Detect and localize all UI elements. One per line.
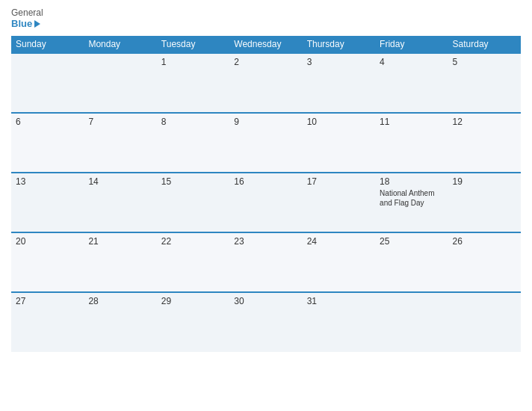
day-number: 13: [16, 176, 79, 187]
day-number: 14: [88, 176, 152, 187]
day-number: 22: [161, 236, 225, 247]
logo-blue-row: Blue: [11, 18, 43, 30]
day-number: 12: [453, 117, 516, 127]
calendar-cell: 4: [375, 53, 448, 113]
calendar-cell: 2: [229, 53, 302, 113]
day-number: 25: [380, 236, 443, 247]
day-number: 18: [380, 176, 443, 187]
calendar-cell: 10: [303, 113, 375, 173]
day-number: 16: [234, 176, 297, 187]
calendar-cell: 25: [375, 232, 448, 292]
logo-general-text: General: [11, 7, 43, 18]
day-number: 2: [234, 57, 297, 67]
calendar-cell: 16: [229, 173, 302, 232]
day-number: 15: [161, 176, 225, 187]
calendar-cell: 17: [303, 173, 375, 232]
day-number: 24: [307, 236, 371, 247]
calendar-cell: 5: [448, 53, 521, 113]
day-number: 19: [453, 176, 516, 187]
weekday-header-row: SundayMondayTuesdayWednesdayThursdayFrid…: [11, 36, 521, 53]
calendar-cell: 6: [11, 113, 84, 173]
logo-blue-text: Blue: [11, 18, 32, 30]
week-row-3: 131415161718National Anthem and Flag Day…: [11, 173, 521, 232]
day-number: 1: [161, 57, 225, 67]
day-number: 10: [307, 117, 371, 127]
day-number: 4: [380, 57, 443, 67]
calendar-cell: 7: [84, 113, 156, 173]
day-number: 26: [453, 236, 516, 247]
calendar-cell: 1: [157, 53, 229, 113]
day-number: 17: [307, 176, 371, 187]
calendar-table: SundayMondayTuesdayWednesdayThursdayFrid…: [11, 36, 521, 352]
weekday-header-tuesday: Tuesday: [157, 36, 229, 53]
calendar-cell: 15: [157, 173, 229, 232]
day-number: 7: [88, 117, 152, 127]
calendar-cell: 19: [448, 173, 521, 232]
day-number: 31: [307, 296, 371, 306]
week-row-4: 20212223242526: [11, 232, 521, 292]
event-text: National Anthem and Flag Day: [380, 188, 443, 208]
calendar-cell: 23: [229, 232, 302, 292]
calendar-cell: 20: [11, 232, 84, 292]
calendar-cell: [11, 53, 84, 113]
calendar-cell: 9: [229, 113, 302, 173]
calendar-cell: 18National Anthem and Flag Day: [375, 173, 448, 232]
calendar-cell: 22: [157, 232, 229, 292]
logo-flag-icon: [34, 20, 40, 28]
weekday-header-friday: Friday: [375, 36, 448, 53]
weekday-header-saturday: Saturday: [448, 36, 521, 53]
calendar-cell: [448, 292, 521, 352]
calendar-cell: 28: [84, 292, 156, 352]
calendar-cell: 30: [229, 292, 302, 352]
week-row-5: 2728293031: [11, 292, 521, 352]
day-number: 9: [234, 117, 297, 127]
day-number: 11: [380, 117, 443, 127]
week-row-2: 6789101112: [11, 113, 521, 173]
calendar-header: General Blue: [11, 7, 521, 30]
day-number: 28: [88, 296, 152, 306]
day-number: 3: [307, 57, 371, 67]
weekday-header-monday: Monday: [84, 36, 156, 53]
day-number: 27: [16, 296, 79, 306]
calendar-cell: 8: [157, 113, 229, 173]
day-number: 20: [16, 236, 79, 247]
calendar-cell: 13: [11, 173, 84, 232]
calendar-container: General Blue SundayMondayTuesdayWednesda…: [0, 0, 532, 411]
calendar-cell: 31: [303, 292, 375, 352]
day-number: 23: [234, 236, 297, 247]
day-number: 30: [234, 296, 297, 306]
calendar-cell: 12: [448, 113, 521, 173]
weekday-header-wednesday: Wednesday: [229, 36, 302, 53]
calendar-cell: 14: [84, 173, 156, 232]
day-number: 6: [16, 117, 79, 127]
calendar-cell: 26: [448, 232, 521, 292]
week-row-1: 12345: [11, 53, 521, 113]
logo: General Blue: [11, 7, 43, 30]
calendar-cell: 29: [157, 292, 229, 352]
day-number: 29: [161, 296, 225, 306]
day-number: 21: [88, 236, 152, 247]
calendar-cell: 11: [375, 113, 448, 173]
calendar-cell: 21: [84, 232, 156, 292]
calendar-cell: [84, 53, 156, 113]
weekday-header-sunday: Sunday: [11, 36, 84, 53]
weekday-header-thursday: Thursday: [303, 36, 375, 53]
calendar-cell: 24: [303, 232, 375, 292]
calendar-cell: [375, 292, 448, 352]
day-number: 8: [161, 117, 225, 127]
day-number: 5: [453, 57, 516, 67]
calendar-cell: 27: [11, 292, 84, 352]
calendar-cell: 3: [303, 53, 375, 113]
